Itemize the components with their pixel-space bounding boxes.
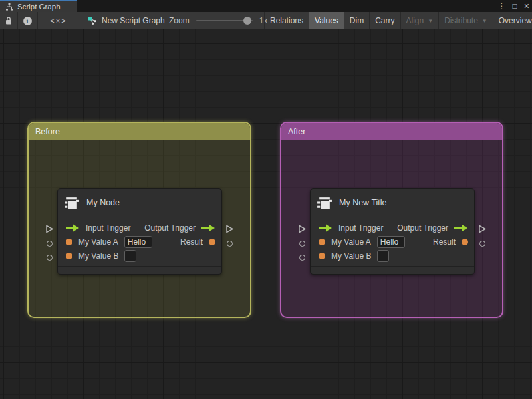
node-header[interactable]: My New Title <box>311 189 474 217</box>
align-label: Align <box>406 16 424 25</box>
group-after-title: After <box>288 127 305 136</box>
window-menu-icon[interactable]: ⋮ <box>498 0 506 12</box>
output-trigger-label: Output Trigger <box>397 223 448 233</box>
value-b-port-icon[interactable] <box>319 253 325 259</box>
flow-output-icon[interactable] <box>454 224 468 232</box>
dim-label: Dim <box>350 16 364 25</box>
input-trigger-label: Input Trigger <box>86 223 130 233</box>
node-footer <box>58 266 221 274</box>
lock-icon <box>5 16 13 25</box>
tab-script-graph[interactable]: Script Graph <box>0 0 77 12</box>
value-a-input[interactable] <box>124 236 152 248</box>
unit-node-icon <box>316 195 332 211</box>
toolbar-separator <box>80 12 80 29</box>
zoom-control: Zoom 1x <box>169 12 267 29</box>
carry-label: Carry <box>375 16 394 25</box>
node-title: My New Title <box>339 198 387 207</box>
unit-node-icon <box>63 195 80 211</box>
graph-toolbar: i <×> New Script Graph Zoom 1x <box>0 12 532 29</box>
external-output-trigger-port[interactable] <box>478 225 487 235</box>
node-title: My Node <box>86 198 120 207</box>
relations-label: Relations <box>270 16 303 25</box>
value-a-input[interactable] <box>377 236 405 248</box>
script-graph-window: Script Graph ⋮ □ × i <×> <box>0 0 532 399</box>
values-button[interactable]: Values <box>309 12 344 29</box>
toolbar-left-icons: i <×> <box>0 12 80 29</box>
code-view-button[interactable]: <×> <box>37 12 80 29</box>
external-value-a-port[interactable] <box>47 241 53 247</box>
chevron-down-icon: ▼ <box>428 18 433 24</box>
node-body: Input Trigger Output Trigger My Value A <box>58 217 221 263</box>
breadcrumb[interactable]: New Script Graph <box>88 12 165 29</box>
external-input-trigger-port[interactable] <box>45 225 54 235</box>
flow-input-icon[interactable] <box>66 224 80 232</box>
port-row-trigger: Input Trigger Output Trigger <box>311 221 474 235</box>
breadcrumb-label: New Script Graph <box>102 16 165 25</box>
zoom-slider[interactable] <box>196 20 253 21</box>
distribute-dropdown[interactable]: Distribute ▼ <box>439 12 493 29</box>
value-b-port-icon[interactable] <box>66 253 72 259</box>
result-port-icon[interactable] <box>462 239 468 245</box>
flow-output-icon[interactable] <box>201 224 215 232</box>
flow-input-icon[interactable] <box>319 224 332 232</box>
input-trigger-label: Input Trigger <box>338 223 383 233</box>
tab-title: Script Graph <box>17 3 61 11</box>
value-a-label: My Value A <box>78 237 118 247</box>
toolbar-separator <box>17 12 18 29</box>
value-b-label: My Value B <box>331 251 371 261</box>
value-b-input[interactable] <box>124 250 136 262</box>
lock-button[interactable] <box>0 12 17 29</box>
distribute-label: Distribute <box>444 16 478 25</box>
tab-bar: Script Graph ⋮ □ × <box>0 0 532 12</box>
result-label: Result <box>180 237 203 247</box>
port-row-value-b: My Value B <box>311 249 474 263</box>
info-button[interactable]: i <box>17 12 37 29</box>
graph-canvas[interactable]: Before After My Node <box>0 29 532 399</box>
group-before-title: Before <box>35 127 60 136</box>
node-my-node[interactable]: My Node Input Trigger Output Trigger <box>57 188 222 275</box>
external-output-trigger-port[interactable] <box>225 225 234 235</box>
group-before-header[interactable]: Before <box>29 123 250 140</box>
port-row-value-b: My Value B <box>58 249 221 263</box>
node-footer <box>311 266 474 274</box>
external-value-b-port[interactable] <box>299 255 305 261</box>
node-body: Input Trigger Output Trigger My Value A <box>311 217 474 263</box>
window-controls: ⋮ □ × <box>498 0 529 12</box>
info-icon: i <box>23 17 32 25</box>
port-row-value-a: My Value A Result <box>311 235 474 249</box>
graph-asset-icon <box>88 16 97 25</box>
carry-button[interactable]: Carry <box>370 12 400 29</box>
port-row-value-a: My Value A Result <box>58 235 221 249</box>
node-header[interactable]: My Node <box>58 189 221 217</box>
value-b-input[interactable] <box>377 250 389 262</box>
value-b-label: My Value B <box>78 251 118 261</box>
output-trigger-label: Output Trigger <box>144 223 196 233</box>
result-port-icon[interactable] <box>209 239 215 245</box>
relations-button[interactable]: Relations <box>265 12 309 29</box>
toolbar-actions: Relations Values Dim Carry Align ▼ Distr… <box>264 12 532 29</box>
maximize-icon[interactable]: □ <box>513 0 517 12</box>
external-result-port[interactable] <box>479 241 485 247</box>
values-label: Values <box>315 16 338 25</box>
result-label: Result <box>433 237 456 247</box>
dim-button[interactable]: Dim <box>344 12 369 29</box>
port-row-trigger: Input Trigger Output Trigger <box>58 221 221 235</box>
value-a-port-icon[interactable] <box>66 239 72 245</box>
external-value-a-port[interactable] <box>299 241 305 247</box>
overview-label: Overview <box>499 16 532 25</box>
external-value-b-port[interactable] <box>47 255 53 261</box>
align-dropdown[interactable]: Align ▼ <box>401 12 439 29</box>
close-icon[interactable]: × <box>524 0 529 12</box>
zoom-slider-knob[interactable] <box>243 17 251 25</box>
value-a-port-icon[interactable] <box>319 239 325 245</box>
zoom-label: Zoom <box>169 16 190 25</box>
overview-button[interactable]: Overview <box>493 12 532 29</box>
chevron-down-icon: ▼ <box>482 18 487 24</box>
node-my-new-title[interactable]: My New Title Input Trigger Output Trigge… <box>310 188 475 275</box>
external-result-port[interactable] <box>227 241 233 247</box>
toolbar-separator <box>37 12 38 29</box>
script-graph-tab-icon <box>5 3 13 11</box>
external-input-trigger-port[interactable] <box>298 225 307 235</box>
group-after-header[interactable]: After <box>281 123 502 140</box>
value-a-label: My Value A <box>331 237 371 247</box>
